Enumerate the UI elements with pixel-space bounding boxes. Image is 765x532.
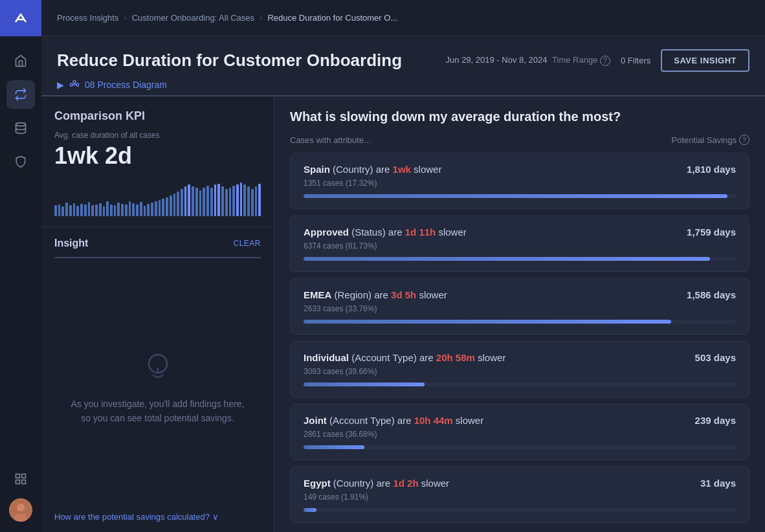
svg-rect-0 bbox=[10, 8, 31, 28]
save-insight-button[interactable]: SAVE INSIGHT bbox=[661, 49, 749, 72]
savings-help-icon[interactable]: ? bbox=[739, 135, 749, 145]
kpi-bar bbox=[195, 188, 198, 216]
process-diagram-label: 08 Process Diagram bbox=[85, 80, 167, 90]
kpi-bar bbox=[84, 205, 87, 216]
time-range-help-icon[interactable]: ? bbox=[600, 56, 610, 66]
kpi-bar bbox=[136, 205, 139, 216]
card-savings: 503 days bbox=[695, 352, 736, 363]
card-title: Individual (Account Type) are 20h 58m sl… bbox=[304, 352, 505, 363]
progress-bar-container bbox=[304, 445, 736, 449]
card-suffix: slower bbox=[456, 415, 483, 426]
sidebar-nav bbox=[6, 36, 35, 465]
card-suffix: slower bbox=[438, 227, 466, 238]
kpi-bar bbox=[54, 205, 57, 216]
insight-card[interactable]: EMEA (Region) are 3d 5h slower 1,586 day… bbox=[290, 278, 749, 335]
kpi-bar bbox=[214, 184, 217, 216]
card-savings: 1,586 days bbox=[687, 289, 736, 300]
kpi-bar bbox=[110, 205, 113, 216]
kpi-bar bbox=[132, 203, 135, 216]
insight-card[interactable]: Approved (Status) are 1d 11h slower 1,75… bbox=[290, 216, 749, 272]
breadcrumb-process-insights[interactable]: Process Insights bbox=[57, 13, 118, 23]
progress-bar-container bbox=[304, 320, 736, 324]
kpi-bar bbox=[144, 206, 146, 216]
card-suffix: slower bbox=[419, 289, 447, 300]
kpi-bar bbox=[199, 190, 202, 216]
page-header: Reduce Duration for Customer Onboarding … bbox=[41, 36, 765, 72]
kpi-subtitle: Avg. case duration of all cases bbox=[54, 131, 261, 140]
card-title: EMEA (Region) are 3d 5h slower bbox=[304, 289, 447, 300]
card-savings: 31 days bbox=[700, 478, 736, 489]
user-avatar[interactable] bbox=[9, 498, 32, 522]
kpi-bar bbox=[221, 186, 224, 216]
insight-empty-text: As you investigate, you'll add findings … bbox=[67, 397, 248, 426]
kpi-bar bbox=[232, 186, 235, 216]
card-subtitle: 3093 cases (39.66%) bbox=[304, 367, 736, 376]
sidebar-item-home[interactable] bbox=[6, 47, 35, 75]
svg-point-10 bbox=[76, 83, 79, 86]
kpi-bar bbox=[240, 183, 243, 216]
breadcrumb-customer-onboarding[interactable]: Customer Onboarding: All Cases bbox=[132, 13, 254, 23]
progress-bar-container bbox=[304, 382, 736, 386]
progress-bar-fill bbox=[304, 257, 710, 261]
process-diagram-chevron: ▶ bbox=[57, 80, 64, 90]
kpi-chart bbox=[54, 177, 261, 216]
insight-section: Insight CLEAR As you investigate, you'll… bbox=[41, 227, 274, 532]
card-top-row: Individual (Account Type) are 20h 58m sl… bbox=[304, 352, 736, 363]
content-area: Comparison KPI Avg. case duration of all… bbox=[41, 95, 765, 532]
filters-badge[interactable]: 0 Filters bbox=[621, 56, 650, 65]
card-time-val: 1d 11h bbox=[405, 227, 436, 238]
kpi-bar bbox=[170, 195, 172, 216]
card-suffix: slower bbox=[414, 164, 441, 175]
insight-card[interactable]: Spain (Country) are 1wk slower 1,810 day… bbox=[290, 153, 749, 209]
kpi-bar bbox=[210, 188, 213, 216]
sidebar-bottom bbox=[6, 465, 35, 522]
kpi-bar bbox=[188, 184, 190, 216]
insight-card[interactable]: Individual (Account Type) are 20h 58m sl… bbox=[290, 341, 749, 397]
process-diagram-icon bbox=[69, 80, 80, 90]
kpi-bar bbox=[80, 204, 83, 216]
card-savings: 1,810 days bbox=[687, 164, 736, 175]
card-attr-name: Joint bbox=[304, 415, 327, 426]
svg-point-1 bbox=[16, 123, 26, 126]
svg-rect-2 bbox=[16, 474, 20, 478]
kpi-bar bbox=[258, 184, 261, 216]
card-suffix: slower bbox=[421, 478, 449, 489]
savings-link[interactable]: How are the potential savings calculated… bbox=[54, 512, 261, 522]
kpi-bar bbox=[225, 189, 228, 216]
card-title: Egypt (Country) are 1d 2h slower bbox=[304, 478, 449, 489]
card-time-val: 20h 58m bbox=[436, 352, 475, 363]
clear-button[interactable]: CLEAR bbox=[233, 239, 261, 248]
card-subtitle: 2861 cases (36.68%) bbox=[304, 430, 736, 439]
svg-rect-3 bbox=[22, 474, 26, 478]
kpi-bar bbox=[73, 203, 76, 216]
kpi-bar bbox=[121, 204, 124, 216]
sidebar-item-security[interactable] bbox=[6, 148, 35, 176]
insight-card[interactable]: Egypt (Country) are 1d 2h slower 31 days… bbox=[290, 467, 749, 523]
svg-point-7 bbox=[17, 504, 25, 511]
card-top-row: Spain (Country) are 1wk slower 1,810 day… bbox=[304, 164, 736, 175]
card-top-row: Approved (Status) are 1d 11h slower 1,75… bbox=[304, 227, 736, 238]
kpi-bar bbox=[251, 189, 254, 216]
sidebar-item-grid[interactable] bbox=[6, 465, 35, 493]
process-diagram-toggle[interactable]: ▶ 08 Process Diagram bbox=[57, 80, 749, 90]
topbar: Process Insights › Customer Onboarding: … bbox=[41, 0, 765, 36]
card-attr-type: (Country) are bbox=[333, 164, 393, 175]
sidebar-item-process-insights[interactable] bbox=[6, 80, 35, 109]
card-attr-name: Individual bbox=[304, 352, 349, 363]
card-attr-type: (Country) are bbox=[333, 478, 394, 489]
card-attr-name: EMEA bbox=[304, 289, 331, 300]
sidebar-item-data[interactable] bbox=[6, 114, 35, 142]
kpi-bar bbox=[103, 206, 105, 216]
card-time-val: 1wk bbox=[393, 164, 411, 175]
cases-label: Cases with attribute... bbox=[290, 135, 371, 145]
kpi-bar bbox=[162, 199, 164, 216]
insight-cards-container: Spain (Country) are 1wk slower 1,810 day… bbox=[290, 153, 749, 523]
app-logo[interactable] bbox=[0, 0, 41, 36]
kpi-title: Comparison KPI bbox=[54, 109, 261, 123]
right-panel: What is slowing down my average duration… bbox=[274, 96, 765, 532]
kpi-bar bbox=[177, 192, 179, 216]
card-attr-name: Spain bbox=[304, 164, 330, 175]
progress-bar-container bbox=[304, 508, 736, 512]
sidebar bbox=[0, 0, 41, 532]
insight-card[interactable]: Joint (Account Type) are 10h 44m slower … bbox=[290, 404, 749, 460]
